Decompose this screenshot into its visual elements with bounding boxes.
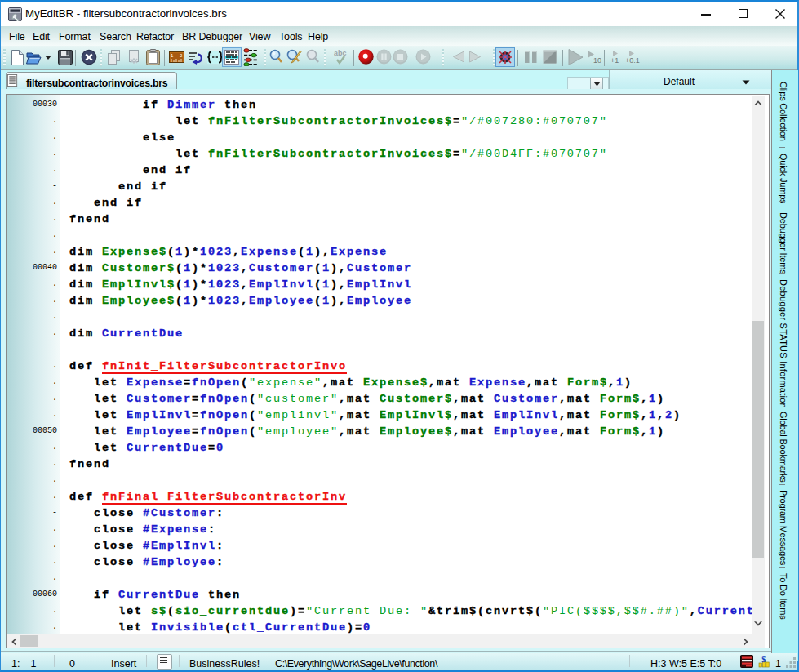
svg-text:abc: abc [334, 49, 347, 57]
svg-text:+0.1: +0.1 [625, 56, 640, 65]
svg-text:$: $ [761, 655, 766, 664]
svg-text:10: 10 [593, 56, 601, 65]
svg-text:+1: +1 [610, 56, 619, 65]
